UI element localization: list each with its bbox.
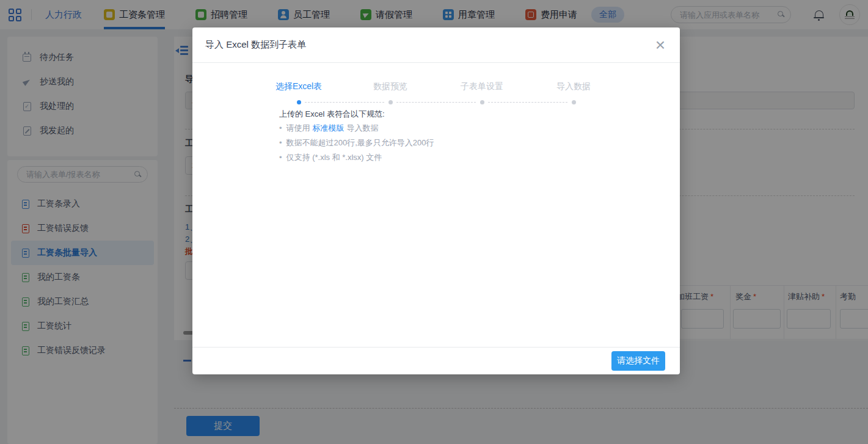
- step-connector: [488, 102, 567, 103]
- choose-file-button[interactable]: 请选择文件: [611, 351, 665, 371]
- rule-row-limit: •数据不能超过200行,最多只允许导入200行: [279, 137, 434, 148]
- modal-header: 导入 Excel 数据到子表单 ×: [192, 27, 680, 63]
- bullet: •: [279, 138, 282, 147]
- step-dot-4: [572, 100, 576, 104]
- step-connector: [396, 102, 476, 103]
- rule-file-types: •仅支持 (*.xls 和 *.xlsx) 文件: [279, 152, 382, 163]
- bullet: •: [279, 123, 282, 133]
- step-import-data: 导入数据: [525, 81, 622, 92]
- step-connector: [305, 102, 384, 103]
- rule-use-template: •请使用标准模版导入数据: [279, 123, 379, 134]
- standard-template-link[interactable]: 标准模版: [313, 123, 345, 133]
- step-dot-1: [297, 100, 301, 104]
- modal-footer: 请选择文件: [192, 347, 680, 374]
- close-icon[interactable]: ×: [655, 38, 665, 53]
- modal-title: 导入 Excel 数据到子表单: [205, 39, 306, 51]
- bullet: •: [279, 153, 282, 162]
- step-select-excel: 选择Excel表: [250, 81, 348, 92]
- import-excel-modal: 导入 Excel 数据到子表单 × 选择Excel表 数据预览 子表单设置 导入…: [192, 27, 680, 374]
- step-dot-2: [388, 100, 393, 104]
- step-data-preview: 数据预览: [341, 81, 439, 92]
- upload-spec-title: 上传的 Excel 表符合以下规范:: [279, 109, 385, 120]
- step-subform-settings: 子表单设置: [433, 81, 531, 92]
- step-dot-3: [480, 100, 484, 104]
